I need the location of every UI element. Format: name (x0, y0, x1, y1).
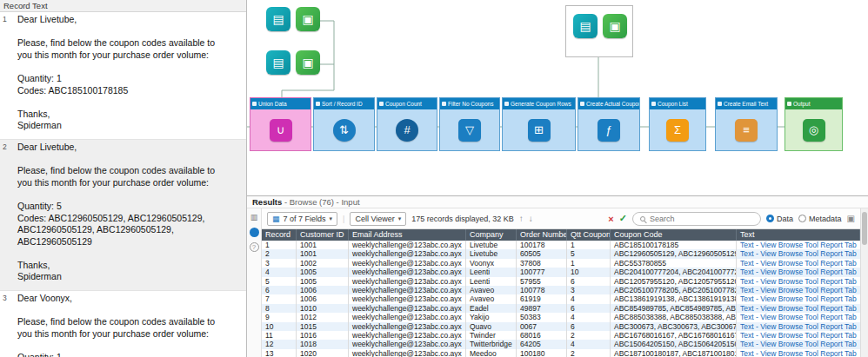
table-row[interactable]: 6 1006 weeklychallenge@123abc.co.ayx Ava… (262, 286, 860, 294)
cell-viewer-dropdown[interactable]: Cell Viewer ▾ (350, 212, 406, 226)
scroll-up-button[interactable]: ↑ (519, 214, 524, 223)
cell-customer-id[interactable]: 1006 (297, 286, 349, 294)
table-row[interactable]: 12 1018 weeklychallenge@123abc.co.ayx Tw… (262, 340, 860, 348)
cell-order-number[interactable]: 100777 (517, 268, 567, 276)
container-coupon-count[interactable]: Coupon Count # (377, 97, 437, 151)
container-create-actual-coupon[interactable]: Create Actual Coupon ƒ (578, 97, 640, 151)
cell-company[interactable]: Avaveo (466, 286, 517, 294)
email-text-tool-icon[interactable]: ≡ (735, 119, 758, 142)
cell-text-report-link[interactable]: Text - View Browse Tool Report Tab (737, 340, 860, 348)
cell-email[interactable]: weeklychallenge@123abc.co.ayx (349, 313, 466, 321)
cell-record[interactable]: 11 (262, 331, 297, 340)
cell-order-number[interactable]: 50383 (517, 313, 567, 321)
cell-company[interactable]: Leenti (466, 268, 517, 276)
cell-qtt-coupons[interactable]: 2 (567, 331, 611, 340)
cell-customer-id[interactable]: 1010 (297, 304, 349, 313)
table-row[interactable]: 11 1016 weeklychallenge@123abc.co.ayx Tw… (262, 331, 860, 340)
table-row[interactable]: 9 1012 weeklychallenge@123abc.co.ayx Yak… (262, 313, 860, 321)
cell-email[interactable]: weeklychallenge@123abc.co.ayx (349, 294, 466, 303)
cell-order-number[interactable]: 37808 (517, 259, 567, 268)
cell-customer-id[interactable]: 1016 (297, 331, 349, 340)
output-browse-tool-icon[interactable]: ◎ (803, 119, 825, 142)
filter-tool-icon[interactable]: ▽ (458, 119, 481, 142)
table-row[interactable]: 2 1001 weeklychallenge@123abc.co.ayx Liv… (262, 249, 860, 258)
cell-text-report-link[interactable]: Text - View Browse Tool Report Tab (737, 241, 860, 249)
cell-email[interactable]: weeklychallenge@123abc.co.ayx (349, 268, 466, 276)
cell-qtt-coupons[interactable]: 6 (567, 304, 611, 313)
cell-company[interactable]: Yakijo (466, 313, 517, 321)
cell-email[interactable]: weeklychallenge@123abc.co.ayx (349, 259, 466, 268)
record-row[interactable]: 1 Dear Livetube, Please, find below the … (0, 12, 246, 140)
cell-qtt-coupons[interactable]: 6 (567, 322, 611, 331)
cell-coupon-code[interactable]: ABC185100178185 (611, 241, 737, 249)
profile-info-icon[interactable] (250, 228, 259, 237)
cell-record[interactable]: 9 (262, 313, 297, 321)
cell-order-number[interactable]: 57955 (517, 277, 567, 286)
cell-qtt-coupons[interactable]: 4 (567, 340, 611, 348)
cell-customer-id[interactable]: 1012 (297, 313, 349, 321)
column-header-coupon-code[interactable]: Coupon Code (611, 229, 737, 241)
cell-order-number[interactable]: 60505 (517, 249, 567, 258)
cell-record[interactable]: 8 (262, 304, 297, 313)
cell-order-number[interactable]: 61919 (517, 294, 567, 303)
browse-tool[interactable]: ▣ (296, 50, 320, 75)
cell-coupon-code[interactable]: ABC187100180187, ABC187100180187 (611, 349, 737, 357)
fields-dropdown[interactable]: ▦ 7 of 7 Fields ▾ (267, 212, 337, 226)
cell-record[interactable]: 2 (262, 249, 297, 258)
cell-company[interactable]: Avaveo (466, 294, 517, 303)
summarize-tool-icon[interactable]: Σ (666, 119, 689, 142)
table-row[interactable]: 4 1005 weeklychallenge@123abc.co.ayx Lee… (262, 268, 860, 276)
cell-record[interactable]: 5 (262, 277, 297, 286)
cell-record[interactable]: 1 (262, 241, 297, 249)
cell-qtt-coupons[interactable]: 2 (567, 349, 611, 357)
browse-tool[interactable]: ▣ (296, 7, 320, 31)
cell-company[interactable]: Eadel (466, 304, 517, 313)
cell-email[interactable]: weeklychallenge@123abc.co.ayx (349, 331, 466, 340)
cell-customer-id[interactable]: 1005 (297, 268, 349, 276)
table-row[interactable]: 1 1001 weeklychallenge@123abc.co.ayx Liv… (262, 241, 860, 249)
cell-coupon-code[interactable]: ABC205100778205, ABC205100778205, ABC205… (611, 286, 737, 294)
cell-company[interactable]: Meedoo (466, 349, 517, 357)
cell-text-report-link[interactable]: Text - View Browse Tool Report Tab (737, 294, 860, 303)
cell-email[interactable]: weeklychallenge@123abc.co.ayx (349, 241, 466, 249)
formula-tool-icon[interactable]: ƒ (598, 119, 620, 142)
table-row[interactable]: 7 1006 weeklychallenge@123abc.co.ayx Ava… (262, 294, 860, 303)
cell-order-number[interactable]: 100180 (517, 349, 567, 357)
cell-customer-id[interactable]: 1001 (297, 249, 349, 258)
cell-email[interactable]: weeklychallenge@123abc.co.ayx (349, 304, 466, 313)
cell-customer-id[interactable]: 1020 (297, 349, 349, 357)
table-row[interactable]: 13 1020 weeklychallenge@123abc.co.ayx Me… (262, 349, 860, 357)
cell-qtt-coupons[interactable]: 4 (567, 294, 611, 303)
scrollbar-thumb[interactable] (862, 212, 867, 245)
cell-coupon-code[interactable]: ABC13861919138, ABC13861919138, ABC13861… (611, 294, 737, 303)
cell-text-report-link[interactable]: Text - View Browse Tool Report Tab (737, 277, 860, 286)
cell-record[interactable]: 13 (262, 349, 297, 357)
generate-rows-tool-icon[interactable]: ⊞ (528, 119, 551, 142)
cell-coupon-code[interactable]: ABC12960505129, ABC12960505129, ABC12960… (611, 249, 737, 258)
cell-order-number[interactable]: 100178 (517, 241, 567, 249)
column-header-record[interactable]: Record (262, 229, 297, 241)
cell-email[interactable]: weeklychallenge@123abc.co.ayx (349, 249, 466, 258)
cell-qtt-coupons[interactable]: 1 (567, 259, 611, 268)
count-tool-icon[interactable]: # (396, 119, 418, 142)
cell-order-number[interactable]: 100778 (517, 286, 567, 294)
cell-order-number[interactable]: 68016 (517, 331, 567, 340)
cell-company[interactable]: Twinder (466, 331, 517, 340)
container-union-data[interactable]: Union Data ∪ (250, 97, 311, 151)
input-data-tool[interactable]: ▤ (573, 14, 598, 38)
cell-text-report-link[interactable]: Text - View Browse Tool Report Tab (737, 259, 860, 268)
column-header-qtt-coupons[interactable]: Qtt Coupons (567, 229, 611, 241)
cell-coupon-code[interactable]: ABC854989785, ABC854989785, ABC854989785… (611, 304, 737, 313)
column-header-email[interactable]: Email Address (349, 229, 466, 241)
cell-coupon-code[interactable]: ABC300673, ABC300673, ABC300673, ABC3006… (611, 322, 737, 331)
browse-tool[interactable]: ▣ (603, 14, 627, 38)
cell-record[interactable]: 10 (262, 322, 297, 331)
union-tool-icon[interactable]: ∪ (270, 119, 292, 142)
cell-coupon-code[interactable]: ABC16768016167, ABC16768016167 (611, 331, 737, 340)
cell-coupon-code[interactable]: ABC204100777204, ABC204100777204, ABC204… (611, 268, 737, 276)
table-row[interactable]: 8 1010 weeklychallenge@123abc.co.ayx Ead… (262, 304, 860, 313)
cell-customer-id[interactable]: 1018 (297, 340, 349, 348)
column-header-company[interactable]: Company (466, 229, 517, 241)
container-output[interactable]: Output ◎ (785, 97, 843, 151)
radio-data[interactable]: Data (766, 215, 793, 223)
